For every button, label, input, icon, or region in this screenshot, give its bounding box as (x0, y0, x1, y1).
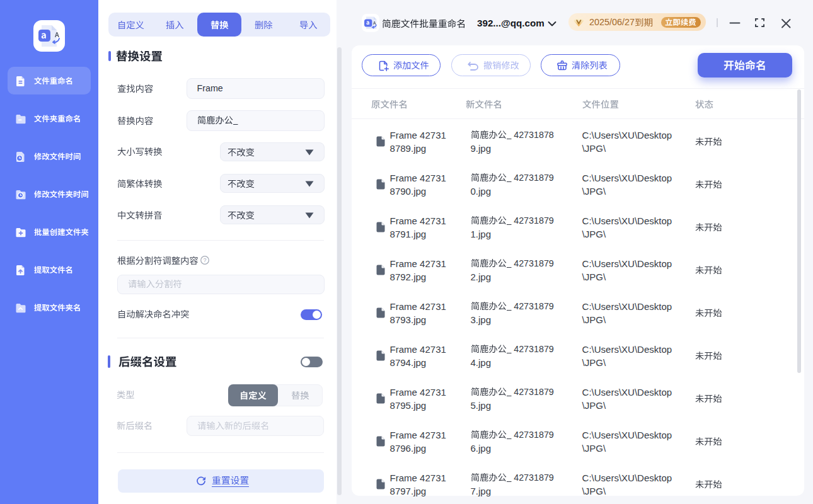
svg-text:?: ? (203, 257, 206, 263)
